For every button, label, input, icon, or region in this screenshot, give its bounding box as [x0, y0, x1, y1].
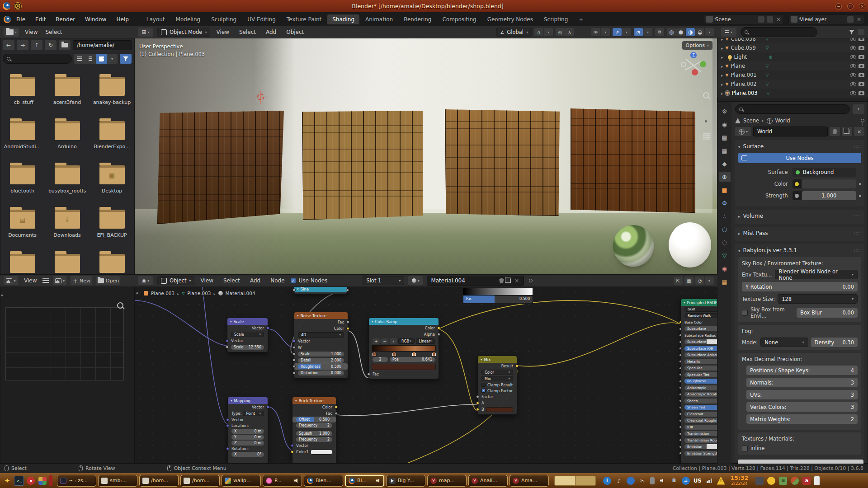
folder-item[interactable]: Arduino	[45, 116, 90, 160]
brick-param-row[interactable]: Offset0.500	[292, 417, 336, 422]
stop-position-field[interactable]: Pos0.641	[390, 357, 435, 362]
y-rotation-slider[interactable]: Y Rotation0.00	[742, 282, 858, 291]
principled-row[interactable]: Emission	[681, 444, 717, 450]
principled-row[interactable]: Specular	[681, 365, 717, 372]
hide-eye-icon[interactable]	[850, 46, 856, 50]
principled-row[interactable]: Clearcoat	[681, 411, 717, 418]
noise-dimensions-dropdown[interactable]: 4D	[298, 332, 344, 338]
axis-z-handle[interactable]: Z	[690, 52, 697, 58]
path-field[interactable]: /home/amalie/	[73, 40, 132, 50]
principled-row[interactable]: Random Walk	[681, 313, 717, 319]
shader-menu[interactable]: Select	[222, 277, 242, 285]
workspace-tab[interactable]: Shading	[327, 14, 359, 24]
tab-tool[interactable]: ⚙	[719, 106, 731, 116]
outliner-search-input[interactable]	[741, 27, 817, 37]
breadcrumb-world[interactable]: World	[775, 117, 790, 124]
axis-x-handle[interactable]	[692, 69, 698, 75]
image-browse-dropdown[interactable]: ▾	[53, 276, 66, 285]
overlays-dropdown[interactable]: ▾	[643, 28, 652, 36]
folder-item[interactable]: ↓ Downloads	[45, 204, 90, 249]
principled-row[interactable]: Roughness	[681, 378, 717, 385]
precision-slider[interactable]: Matrix Weights:2	[746, 414, 858, 424]
camera-view-icon[interactable]	[703, 119, 711, 127]
region-toggle-icon[interactable]: ◂	[136, 291, 138, 295]
world-color-swatch[interactable]	[802, 179, 856, 188]
pan-tool-icon[interactable]	[703, 105, 711, 113]
sidebar-toggle-icon[interactable]: ▸	[1, 293, 4, 297]
folder-item[interactable]: BlenderExpo...	[90, 116, 134, 160]
clamp-result-checkbox[interactable]	[481, 383, 486, 387]
ramp-stop-selected[interactable]	[412, 352, 416, 356]
principled-row[interactable]: Sheen Tint	[681, 404, 717, 411]
brick-param-row[interactable]: Squash1.000	[292, 431, 336, 436]
mapping-location-row[interactable]: Y0 m	[228, 434, 268, 440]
material-name-field[interactable]: Material.004 ×	[427, 276, 524, 286]
box-blur-slider[interactable]: Box Blur0.00	[797, 308, 858, 318]
shading-material-button[interactable]: ◑	[686, 28, 695, 36]
tray-icon[interactable]	[615, 477, 623, 485]
overlays-toggle[interactable]: ◔	[634, 28, 643, 36]
taskbar-window-button[interactable]: smb:...	[98, 475, 137, 487]
principled-row[interactable]: Subsurface Anisotropy	[681, 352, 717, 359]
principled-row[interactable]: Subsurface Radius	[681, 332, 717, 339]
unlink-material-button[interactable]: ×	[514, 277, 520, 284]
folder-item[interactable]: AndroidStudi...	[0, 116, 45, 160]
node-sine[interactable]: Sine	[294, 287, 348, 294]
editor-type-dropdown[interactable]: ⊞▾	[138, 28, 153, 37]
shader-type-dropdown[interactable]: Object	[157, 276, 194, 285]
outliner-row[interactable]: Cube.059	[717, 43, 868, 52]
image-editor-grid[interactable]	[5, 307, 124, 380]
menu-item[interactable]: Window	[83, 15, 108, 23]
expand-icon[interactable]	[721, 90, 723, 96]
noise-param-row[interactable]: Detail2.000	[294, 357, 348, 363]
taskbar-window-button[interactable]: wallp...	[222, 475, 261, 487]
gizmos-dropdown[interactable]: ▾	[622, 28, 631, 36]
principled-row[interactable]: Subsurface IOR	[681, 345, 717, 352]
principled-row[interactable]: Metallic	[681, 358, 717, 365]
folder-item[interactable]: bluetooth	[0, 160, 45, 204]
snap-settings-dropdown[interactable]: ▾	[544, 28, 553, 36]
outliner-row[interactable]: Plane.003	[717, 89, 868, 98]
folder-partial[interactable]	[90, 249, 134, 275]
tab-constraints[interactable]: ◌	[719, 237, 731, 247]
workspace-tab[interactable]: Animation	[360, 14, 398, 24]
brick-color1-swatch[interactable]	[311, 450, 332, 455]
snap-magnet-icon[interactable]: ∩	[534, 28, 543, 36]
hide-eye-icon[interactable]	[850, 73, 856, 77]
folder-item[interactable]: ▣ Desktop	[90, 160, 134, 204]
shading-solid-button[interactable]: ●	[676, 28, 685, 36]
principled-row[interactable]: Anisotropic	[681, 385, 717, 391]
brick-param-row[interactable]: Frequency2	[292, 422, 336, 428]
display-size-dropdown[interactable]: ▾	[107, 54, 118, 64]
tab-data[interactable]: ▽	[719, 250, 731, 260]
surface-shader-dropdown[interactable]: Background	[793, 168, 856, 177]
clock[interactable]: 15:32 2/22/24	[731, 475, 749, 486]
node-noise-texture[interactable]: Noise Texture Fac Color 4D Vector W Scal…	[294, 312, 348, 378]
workspace-tab[interactable]: UV Editing	[242, 14, 281, 24]
navigation-gizmo[interactable]: Z	[679, 51, 708, 80]
stop-color-swatch[interactable]	[372, 364, 436, 370]
shading-wireframe-button[interactable]: ◍	[667, 28, 676, 36]
animate-dot[interactable]	[859, 195, 861, 197]
taskbar-window-button[interactable]: P...	[263, 475, 302, 487]
tray-icon[interactable]	[791, 477, 799, 485]
folder-item[interactable]: ▤ Documents	[0, 204, 45, 249]
tray-icon[interactable]	[814, 476, 820, 485]
noise-param-row[interactable]: Roughness0.500	[294, 363, 348, 370]
tab-particles[interactable]: ∴	[719, 211, 731, 221]
file-browser-select-menu[interactable]: Select	[43, 28, 64, 36]
view-list-button[interactable]	[74, 54, 85, 64]
babylon-panel-header[interactable]: Babylon.js ver 3.3.1	[738, 246, 861, 254]
material-browse-dropdown[interactable]: ▾	[408, 276, 423, 285]
shader-menu[interactable]: Add	[248, 277, 262, 285]
volume-panel-header[interactable]: Volume	[738, 212, 861, 220]
outliner-row[interactable]: Plane	[717, 61, 868, 70]
workspace-tab[interactable]: Scripting	[539, 14, 573, 24]
fac-slider[interactable]: Fac 0.500	[463, 296, 533, 303]
unlink-scene-icon[interactable]: ×	[775, 16, 782, 23]
principled-row[interactable]: Anisotropic Rotation	[681, 391, 717, 398]
mix-data-type-dropdown[interactable]: Color	[481, 370, 513, 375]
ramp-stop[interactable]	[373, 352, 376, 356]
proportional-edit-icon[interactable]: ◎	[556, 28, 565, 36]
use-nodes-button[interactable]: Use Nodes	[738, 153, 861, 163]
